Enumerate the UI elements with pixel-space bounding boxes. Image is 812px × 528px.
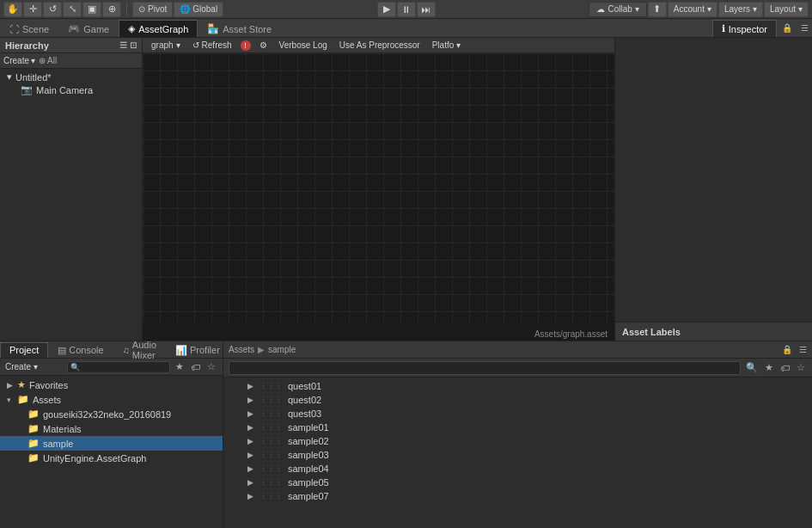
- quest02-label: quest02: [288, 395, 321, 405]
- audio-tab-icon: ♫: [123, 345, 130, 355]
- folder-sample-item[interactable]: 📁 sample: [0, 436, 223, 451]
- inspector-panel: Asset Labels: [614, 38, 812, 341]
- hierarchy-lock-icon[interactable]: ⊡: [130, 40, 137, 50]
- tab-game[interactable]: 🎮 Game: [58, 20, 119, 37]
- assets-header-item[interactable]: ▾ 📁 Assets: [0, 392, 223, 407]
- pause-button[interactable]: ⏸: [397, 2, 416, 17]
- file-list-menu-icon[interactable]: ☰: [799, 345, 807, 354]
- file-item-quest01[interactable]: ▶ ⋮⋮⋮ quest01: [223, 379, 812, 393]
- rect-tool-icon[interactable]: ▣: [82, 2, 101, 17]
- file-list-lock-icon[interactable]: 🔒: [782, 345, 792, 354]
- file-item-sample03[interactable]: ▶ ⋮⋮⋮ sample03: [223, 448, 812, 462]
- camera-icon: 📷: [21, 84, 33, 95]
- inspector-menu-icon[interactable]: ☰: [797, 23, 812, 33]
- search-icon: 🔍: [744, 362, 760, 373]
- hierarchy-main-camera-item[interactable]: 📷 Main Camera: [0, 83, 142, 96]
- file-tag-icon[interactable]: 🏷: [778, 363, 791, 373]
- hierarchy-untitled-item[interactable]: ▾ Untitled*: [0, 71, 142, 83]
- file-item-sample01[interactable]: ▶ ⋮⋮⋮ sample01: [223, 421, 812, 434]
- tab-assetgraph[interactable]: ◈ AssetGraph: [119, 20, 198, 37]
- hierarchy-header-icons: ☰ ⊡: [119, 40, 137, 50]
- collab-label: Collab: [607, 4, 632, 14]
- hierarchy-toolbar: Create ▾ ⊕ All: [0, 53, 142, 69]
- file-settings-icon[interactable]: ☆: [795, 362, 807, 373]
- cloud-upload-icon[interactable]: ⬆: [648, 2, 667, 17]
- move-tool-icon[interactable]: ✛: [23, 2, 42, 17]
- layers-arrow-icon: ▾: [753, 4, 757, 14]
- hierarchy-create-arrow: ▾: [31, 56, 35, 65]
- file-item-sample04[interactable]: ▶ ⋮⋮⋮ sample04: [223, 462, 812, 476]
- folder-unityengine-item[interactable]: 📁 UnityEngine.AssetGraph: [0, 451, 223, 465]
- hierarchy-title: Hierarchy: [5, 40, 49, 51]
- platform-dropdown[interactable]: Platfo ▾: [429, 39, 465, 52]
- global-button[interactable]: 🌐 Global: [174, 2, 223, 17]
- file-item-sample07[interactable]: ▶ ⋮⋮⋮ sample07: [223, 489, 812, 503]
- collab-button[interactable]: ☁ Collab ▾: [589, 2, 646, 17]
- tab-scene[interactable]: ⛶ Scene: [0, 20, 58, 37]
- layers-button[interactable]: Layers ▾: [718, 2, 763, 17]
- pivot-button[interactable]: ⊙ Pivot: [132, 2, 173, 17]
- hierarchy-search-all[interactable]: ⊕ All: [39, 56, 57, 65]
- hierarchy-create-button[interactable]: Create ▾: [3, 56, 35, 65]
- project-create-button[interactable]: Create ▾: [5, 362, 38, 371]
- tab-audio-mixer[interactable]: ♫ Audio Mixer: [113, 342, 166, 358]
- sample07-dots: ⋮⋮⋮: [259, 492, 283, 500]
- tab-project[interactable]: Project: [0, 342, 48, 358]
- scale-tool-icon[interactable]: ⤡: [63, 2, 82, 17]
- breadcrumb-assets[interactable]: Assets: [229, 345, 254, 354]
- graph-label: graph: [151, 40, 174, 50]
- layout-button[interactable]: Layout ▾: [764, 2, 809, 17]
- file-item-quest02[interactable]: ▶ ⋮⋮⋮ quest02: [223, 393, 812, 407]
- tab-assetstore[interactable]: 🏪 Asset Store: [198, 20, 281, 37]
- hierarchy-search-label: All: [47, 56, 57, 65]
- preprocessor-label: Use As Preprocessor: [339, 40, 420, 50]
- tab-inspector[interactable]: ℹ Inspector: [712, 20, 777, 37]
- refresh-label: Refresh: [202, 40, 232, 50]
- tab-profiler[interactable]: 📊 Profiler: [166, 342, 229, 358]
- project-tag-icon[interactable]: 🏷: [189, 362, 202, 372]
- hierarchy-content: ▾ Untitled* 📷 Main Camera: [0, 69, 142, 341]
- file-item-sample02[interactable]: ▶ ⋮⋮⋮ sample02: [223, 434, 812, 448]
- assetgraph-canvas[interactable]: [143, 53, 614, 323]
- account-button[interactable]: Account ▾: [668, 2, 717, 17]
- verbose-log-button[interactable]: Verbose Log: [276, 39, 331, 52]
- use-as-preprocessor-button[interactable]: Use As Preprocessor: [336, 39, 424, 52]
- account-arrow-icon: ▾: [707, 4, 711, 14]
- project-search-box[interactable]: 🔍: [67, 361, 170, 373]
- rotate-tool-icon[interactable]: ↺: [43, 2, 62, 17]
- project-search-icon: 🔍: [70, 363, 80, 371]
- tab-console[interactable]: ▤ Console: [48, 342, 113, 358]
- bottom-right-panel: Assets ▶ sample 🔒 ☰ 🔍 ★ 🏷 ☆ ▶ ⋮⋮⋮ que: [223, 341, 812, 528]
- settings-icon-btn[interactable]: ⚙: [256, 39, 271, 52]
- hand-tool-icon[interactable]: ✋: [3, 2, 22, 17]
- project-star-icon[interactable]: ★: [174, 361, 186, 372]
- file-search-input[interactable]: [229, 361, 741, 375]
- file-list-content: ▶ ⋮⋮⋮ quest01 ▶ ⋮⋮⋮ quest02 ▶ ⋮⋮⋮ quest0…: [223, 378, 812, 528]
- favorites-header-item[interactable]: ▶ ★ Favorites: [0, 378, 223, 392]
- refresh-button[interactable]: ↺ Refresh: [189, 39, 235, 52]
- favorites-label: Favorites: [29, 380, 68, 390]
- hierarchy-menu-icon[interactable]: ☰: [119, 40, 127, 50]
- sample07-label: sample07: [288, 491, 329, 501]
- unityengine-label: UnityEngine.AssetGraph: [43, 453, 146, 464]
- asset-labels-text: Asset Labels: [622, 327, 681, 337]
- project-settings-icon[interactable]: ☆: [205, 361, 217, 372]
- inspector-lock-icon[interactable]: 🔒: [777, 23, 797, 33]
- sample03-dots: ⋮⋮⋮: [259, 451, 283, 459]
- graph-dropdown[interactable]: graph ▾: [148, 39, 184, 52]
- play-button[interactable]: ▶: [377, 2, 396, 17]
- sample-label: sample: [43, 439, 73, 449]
- scene-tab-icon: ⛶: [9, 24, 19, 34]
- step-button[interactable]: ⏭: [417, 2, 436, 17]
- file-star-icon[interactable]: ★: [763, 362, 775, 373]
- folder-materials-item[interactable]: 📁 Materials: [0, 421, 223, 436]
- sample01-arrow: ▶: [247, 423, 254, 432]
- combined-tool-icon[interactable]: ⊕: [102, 2, 121, 17]
- inspector-footer: Asset Labels: [615, 322, 812, 341]
- folder-gouseiki-item[interactable]: 📁 gouseiki32x32neko_20160819: [0, 407, 223, 421]
- sample05-label: sample05: [288, 477, 329, 488]
- file-item-quest03[interactable]: ▶ ⋮⋮⋮ quest03: [223, 407, 812, 421]
- file-item-sample05[interactable]: ▶ ⋮⋮⋮ sample05: [223, 476, 812, 489]
- sample04-dots: ⋮⋮⋮: [259, 464, 283, 473]
- breadcrumb-sample[interactable]: sample: [268, 345, 296, 354]
